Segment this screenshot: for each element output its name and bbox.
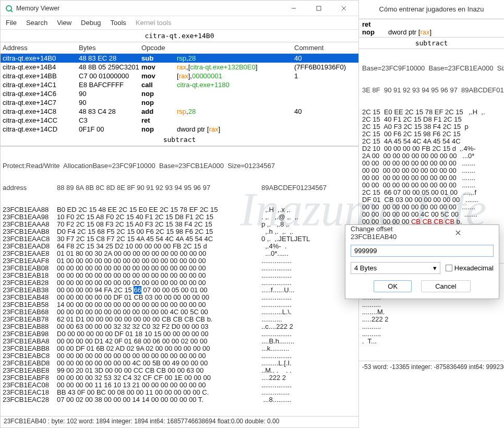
hex-row[interactable]: 23FCB1EABC800 00 00 00 00 00 00 00 00 00…: [3, 352, 356, 360]
col-args[interactable]: [177, 44, 294, 52]
menu-search[interactable]: Search: [26, 19, 47, 27]
bg-hex-row: 00 00 00 00 00 00 00 00 00 00 .......: [362, 167, 503, 174]
hex-row[interactable]: 23FCB1EAA88B0 ED 2C 15 48 EE 2C 15 E0 EE…: [3, 206, 356, 213]
hex-row[interactable]: 23FCB1EAB7862 01 D1 00 00 00 00 00 00 00…: [3, 316, 356, 323]
bg-op-ret: ret: [362, 20, 388, 28]
bg-hex-row: 00 00 00 00 00 00 00 00 00 00 .......: [362, 182, 503, 189]
hex-row[interactable]: 23FCB1EAA9810 F0 2C 15 A8 F0 2C 15 40 F1…: [3, 213, 356, 221]
hex-row[interactable]: 23FCB1EABE899 00 20 01 3D 00 00 00 CC CB…: [3, 367, 356, 374]
hex-row[interactable]: 23FCB1EAC2807 00 02 00 38 00 00 00 14 14…: [3, 396, 356, 403]
hex-row[interactable]: 23FCB1EAB8800 00 63 00 00 00 32 32 32 C0…: [3, 323, 356, 330]
bg-page-title: Cómo entrenar jugadores en Inazu: [359, 0, 504, 19]
disasm-row[interactable]: citra-qt.exe+14CCC3ret: [1, 116, 358, 125]
background-window: Cómo entrenar jugadores en Inazu ret nop…: [359, 0, 504, 428]
minimize-button[interactable]: [283, 1, 304, 16]
bg-hex-row: 00 00 00 00 00 00 00 00 00 00 .......: [362, 174, 503, 182]
hex-row[interactable]: 23FCB1EAB6800 00 00 00 00 00 00 00 00 00…: [3, 308, 356, 316]
bg-hex-row: 2C 15 66 07 00 00 05 00 01 00 ....,.f: [362, 189, 503, 196]
hex-row[interactable]: 23FCB1EABB800 00 DF 01 6B 02 AD 02 9A 02…: [3, 345, 356, 352]
hex-row[interactable]: 23FCB1EAB98D0 00 00 00 00 00 DF 01 18 10…: [3, 330, 356, 338]
disasm-header: Address Bytes Opcode Comment: [1, 42, 358, 54]
offset-value-input[interactable]: [351, 245, 494, 257]
menu-kernel-tools[interactable]: Kernel tools: [136, 19, 172, 27]
bg-hex-row: 2C 15 40 F1 2C 15 D8 F1 2C 15: [362, 116, 503, 123]
disasm-row[interactable]: citra-qt.exe+14C790nop: [1, 98, 358, 107]
hex-pane[interactable]: Protect:Read/Write AllocationBase=23FC9F…: [1, 146, 358, 419]
dialog-title-text: Change offset 23FCB1EAB40: [351, 225, 422, 241]
disasm-row[interactable]: citra-qt.exe+14BBC7 00 01000000mov[rax],…: [1, 72, 358, 80]
hex-row[interactable]: 23FCB1EAAF801 00 00 00 00 00 00 00 00 00…: [3, 257, 356, 265]
bg-op-nop: nop: [362, 28, 388, 36]
app-icon: [5, 4, 13, 13]
cancel-button[interactable]: Cancel: [421, 280, 470, 292]
maximize-button[interactable]: [308, 1, 329, 16]
menu-tools[interactable]: Tools: [110, 19, 126, 27]
bg-args: dword ptr [rax]: [388, 28, 431, 36]
disasm-row[interactable]: citra-qt.exe+14CD0F1F 00nopdword ptr [ra…: [1, 125, 358, 134]
bg-section-title: subtract: [359, 38, 504, 49]
menubar: File Search View Debug Tools Kernel tool…: [1, 16, 358, 30]
hex-header-1: Protect:Read/Write AllocationBase=23FC9F…: [3, 162, 356, 170]
bg-hex-row: 2C 15 4A 45 54 4C 4A 45 54 4C: [362, 138, 503, 145]
hex-row[interactable]: 23FCB1EAB4800 00 00 00 00 00 DF 01 CB 03…: [3, 294, 356, 301]
memory-viewer-window: Memory Viewer File Search View Debug Too…: [0, 0, 359, 428]
hex-row[interactable]: 23FCB1EAAE801 01 80 00 30 2A 00 00 00 00…: [3, 250, 356, 257]
dialog-close-button[interactable]: [422, 229, 494, 237]
col-address[interactable]: Address: [3, 44, 79, 52]
hex-header-2: address 88 89 8A 8B 8C 8D 8E 8F 90 91 92…: [3, 184, 356, 192]
hex-section-title: subtract: [1, 134, 358, 146]
dialog-titlebar[interactable]: Change offset 23FCB1EAB40: [345, 225, 499, 241]
bg-hex-row: 2C 15 00 F6 2C 15 98 F6 2C 15: [362, 130, 503, 138]
col-opcode[interactable]: Opcode: [141, 44, 177, 52]
disasm-list[interactable]: citra-qt.exe+14B048 83 EC 28subrsp,2840c…: [1, 54, 358, 134]
disasm-row[interactable]: citra-qt.exe+14B448 8B 05 259C3201movrax…: [1, 63, 358, 72]
hexadecimal-checkbox[interactable]: Hexadecimal: [446, 264, 494, 272]
ok-button[interactable]: OK: [374, 280, 412, 292]
hex-row[interactable]: 23FCB1EAAB8D0 F4 2C 15 68 F5 2C 15 00 F6…: [3, 228, 356, 235]
hex-row[interactable]: 23FCB1EAB1800 00 00 00 00 00 00 00 00 00…: [3, 272, 356, 279]
hex-row[interactable]: 23FCB1EAC0800 00 00 00 11 16 10 13 21 00…: [3, 382, 356, 389]
hex-row[interactable]: 23FCB1EAB2800 00 00 00 00 00 00 00 00 00…: [3, 279, 356, 287]
bg-hex-row: 00 00 00 00 00 00 00 00 00 00 .......: [362, 160, 503, 167]
hex-row[interactable]: 23FCB1EAC18BB 43 0F 00 BC 00 08 00 00 11…: [3, 389, 356, 396]
bg-hex-row: 2A 00 00 00 00 00 00 00 00 00 ...0*: [362, 152, 503, 160]
bg-statusbar: -53 word: -13365 integer: -875836469 int…: [359, 361, 504, 373]
svg-line-1: [10, 10, 13, 12]
size-select[interactable]: 4 Bytes ▾: [351, 262, 440, 274]
window-title: Memory Viewer: [16, 5, 283, 12]
bg-hex-row: D2 10 00 00 00 00 FB 2C 15 d ,.4%-: [362, 145, 503, 152]
statusbar: 23FCB1EAB40 : byte: 102 word: 1894 integ…: [1, 416, 358, 427]
svg-rect-3: [317, 6, 321, 10]
menu-view[interactable]: View: [57, 19, 71, 27]
bg-hex-row: 2C 15 A0 F3 2C 15 38 F4 2C 15 p: [362, 123, 503, 130]
hex-row[interactable]: 23FCB1EAB0800 00 00 00 00 00 00 00 00 00…: [3, 265, 356, 272]
disasm-section-title: citra-qt.exe+14B0: [1, 30, 358, 42]
checkbox-box: [446, 265, 452, 271]
menu-file[interactable]: File: [6, 19, 17, 27]
disasm-row[interactable]: citra-qt.exe+14C690nop: [1, 89, 358, 98]
disasm-row[interactable]: citra-qt.exe+14C848 83 C4 28addrsp,2840: [1, 107, 358, 116]
hex-row[interactable]: 23FCB1EABA800 00 00 00 D1 42 0F 01 68 00…: [3, 338, 356, 345]
col-comment[interactable]: Comment: [294, 44, 356, 52]
titlebar[interactable]: Memory Viewer: [1, 1, 358, 16]
disasm-row[interactable]: citra-qt.exe+14B048 83 EC 28subrsp,2840: [1, 54, 358, 63]
close-button[interactable]: [333, 1, 354, 16]
hex-row[interactable]: 23FCB1EAAD864 F8 2C 15 34 25 D2 10 00 00…: [3, 243, 356, 250]
hex-row[interactable]: 23FCB1EAAA870 F2 2C 15 08 F3 2C 15 A0 F3…: [3, 221, 356, 228]
bg-hex-row: 2C 15 E0 EE 2C 15 78 EF 2C 15 ,.H ,.: [362, 109, 503, 116]
change-offset-dialog: Change offset 23FCB1EAB40 4 Bytes ▾ Hexa…: [345, 224, 499, 299]
bg-disasm: ret nopdword ptr [rax]: [359, 19, 504, 38]
hex-row[interactable]: 23FCB1EABF800 00 00 00 32 53 32 C4 32 CF…: [3, 374, 356, 382]
hex-row[interactable]: 23FCB1EAAC830 F7 2C 15 C8 F7 2C 15 4A 45…: [3, 235, 356, 243]
bg-hex-row: 00 00 00 00 00 00 4C 00 5C 00 .......: [362, 211, 503, 218]
hex-row[interactable]: 23FCB1EAB5814 00 00 00 00 00 00 00 00 00…: [3, 301, 356, 308]
col-bytes[interactable]: Bytes: [79, 44, 141, 52]
hex-row[interactable]: 23FCB1EABD800 00 00 00 00 00 00 00 4C 00…: [3, 360, 356, 367]
menu-debug[interactable]: Debug: [81, 19, 101, 27]
chevron-down-icon: ▾: [433, 264, 437, 272]
bg-hex-row: DF 01 CB 03 00 00 00 00 00 00 .......: [362, 196, 503, 204]
bg-hex-row: 00 00 00 00 00 00 00 00 00 00 .......: [362, 204, 503, 211]
disasm-row[interactable]: citra-qt.exe+14C1E8 BAFCFFFFcallcitra-qt…: [1, 80, 358, 89]
hex-row[interactable]: 23FCB1EAB3800 00 00 00 94 FA 2C 15 66 07…: [3, 287, 356, 294]
